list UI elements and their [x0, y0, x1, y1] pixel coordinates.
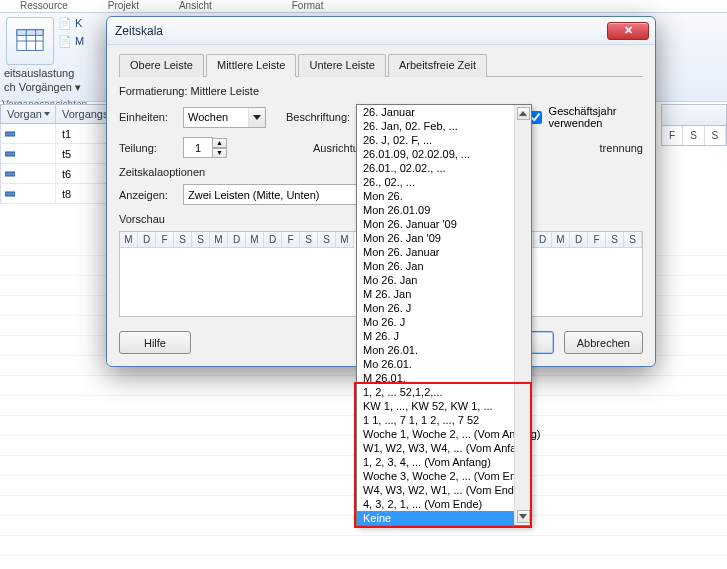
- dropdown-option[interactable]: Mon 26. J: [357, 301, 514, 315]
- dropdown-option[interactable]: Mon 26.: [357, 189, 514, 203]
- close-button[interactable]: ✕: [607, 22, 649, 40]
- anzeigen-label: Anzeigen:: [119, 189, 177, 201]
- dropdown-option[interactable]: 26.01.09, 02.02.09, ...: [357, 147, 514, 161]
- svg-rect-6: [5, 152, 15, 156]
- ribbon-caption-2[interactable]: ch Vorgängen ▾: [0, 81, 81, 94]
- teilung-input[interactable]: [183, 137, 213, 158]
- gantt-right-fragment: FSS: [661, 104, 727, 146]
- anzeigen-value: Zwei Leisten (Mitte, Unten): [188, 189, 319, 201]
- preview-day-cell: S: [624, 232, 642, 247]
- spin-down[interactable]: ▼: [212, 148, 227, 158]
- help-button[interactable]: Hilfe: [119, 331, 191, 354]
- preview-day-cell: F: [588, 232, 606, 247]
- tab-mittlere-leiste[interactable]: Mittlere Leiste: [206, 54, 296, 77]
- svg-rect-1: [17, 30, 43, 36]
- dropdown-option[interactable]: M 26. J: [357, 329, 514, 343]
- preview-day-cell: F: [156, 232, 174, 247]
- dropdown-option[interactable]: 26., 02., ...: [357, 175, 514, 189]
- scroll-down-button[interactable]: [517, 510, 530, 523]
- dropdown-option[interactable]: Mo 26. Jan: [357, 273, 514, 287]
- dropdown-option[interactable]: Woche 1, Woche 2, ... (Vom Anfang): [357, 427, 514, 441]
- dropdown-option[interactable]: Mon 26. Januar '09: [357, 217, 514, 231]
- dropdown-option[interactable]: M 26.01.: [357, 371, 514, 385]
- dropdown-option[interactable]: 26. J, 02. F, ...: [357, 133, 514, 147]
- dropdown-option[interactable]: 26. Jan, 02. Feb, ...: [357, 119, 514, 133]
- close-icon: ✕: [624, 24, 633, 37]
- dialog-titlebar[interactable]: Zeitskala ✕: [107, 17, 655, 45]
- dropdown-option[interactable]: Mo 26. J: [357, 315, 514, 329]
- dropdown-option[interactable]: 1, 2, ... 52,1,2,...: [357, 385, 514, 399]
- beschriftung-dropdown[interactable]: 26. Januar26. Jan, 02. Feb, ...26. J, 02…: [356, 104, 532, 526]
- chevron-down-icon: [248, 108, 265, 127]
- ribbon-group-ressource[interactable]: Ressource: [0, 0, 88, 12]
- ribbon-group-format[interactable]: Format: [272, 0, 344, 12]
- dropdown-option[interactable]: 4, 3, 2, 1, ... (Vom Ende): [357, 497, 514, 511]
- preview-day-cell: D: [138, 232, 156, 247]
- svg-rect-7: [5, 172, 15, 176]
- dropdown-option[interactable]: Mon 26. Jan '09: [357, 231, 514, 245]
- preview-day-cell: S: [318, 232, 336, 247]
- dropdown-scrollbar[interactable]: [514, 105, 531, 525]
- preview-day-cell: D: [534, 232, 552, 247]
- trennung-label-fragment: trennung: [600, 142, 643, 154]
- col-header-1[interactable]: Vorgan: [1, 105, 56, 123]
- ribbon-caption-1: eitsauslastung: [0, 67, 110, 79]
- dropdown-option[interactable]: 26.01., 02.02., ...: [357, 161, 514, 175]
- preview-day-cell: S: [300, 232, 318, 247]
- dropdown-option[interactable]: W1, W2, W3, W4, ... (Vom Anfang): [357, 441, 514, 455]
- dropdown-option[interactable]: Mo 26.01.: [357, 357, 514, 371]
- scroll-up-button[interactable]: [517, 107, 530, 120]
- dropdown-option[interactable]: 1 1, ..., 7 1, 1 2, ..., 7 52: [357, 413, 514, 427]
- preview-day-cell: S: [174, 232, 192, 247]
- tab-arbeitsfreie-zeit[interactable]: Arbeitsfreie Zeit: [388, 54, 487, 77]
- einheiten-value: Wochen: [188, 111, 228, 123]
- dropdown-option[interactable]: W4, W3, W2, W1, ... (Vom Ende): [357, 483, 514, 497]
- dropdown-option[interactable]: Mon 26.01.09: [357, 203, 514, 217]
- dropdown-option[interactable]: Mon 26.01.: [357, 343, 514, 357]
- geschaeftsjahr-label: Geschäftsjahr verwenden: [549, 105, 643, 129]
- task-icon: [5, 169, 15, 179]
- geschaeftsjahr-checkbox[interactable]: Geschäftsjahr verwenden: [525, 105, 643, 129]
- section-formatierung: Formatierung: Mittlere Leiste: [119, 85, 643, 97]
- svg-rect-8: [5, 192, 15, 196]
- einheiten-label: Einheiten:: [119, 111, 177, 123]
- day-cell: S: [705, 126, 726, 145]
- svg-rect-5: [5, 132, 15, 136]
- dropdown-option[interactable]: KW 1, ..., KW 52, KW 1, ...: [357, 399, 514, 413]
- ribbon-group-projekt[interactable]: Projekt: [88, 0, 159, 12]
- day-cell: F: [662, 126, 683, 145]
- task-icon: [5, 189, 15, 199]
- spin-up[interactable]: ▲: [212, 138, 227, 148]
- preview-day-cell: M: [210, 232, 228, 247]
- anzeigen-combo[interactable]: Zwei Leisten (Mitte, Unten): [183, 184, 373, 205]
- dropdown-option[interactable]: M 26. Jan: [357, 287, 514, 301]
- dropdown-option[interactable]: Woche 3, Woche 2, ... (Vom Ende): [357, 469, 514, 483]
- dropdown-option[interactable]: Mon 26. Jan: [357, 259, 514, 273]
- preview-day-cell: M: [246, 232, 264, 247]
- gantt-right-head: [661, 104, 727, 126]
- day-cell: S: [683, 126, 704, 145]
- dropdown-option[interactable]: Keine: [357, 511, 514, 525]
- preview-day-cell: D: [264, 232, 282, 247]
- chevron-down-icon: [519, 514, 527, 519]
- dropdown-option[interactable]: 1, 2, 3, 4, ... (Vom Anfang): [357, 455, 514, 469]
- preview-day-cell: M: [120, 232, 138, 247]
- ribbon-group-ansicht[interactable]: Ansicht: [159, 0, 232, 12]
- chevron-up-icon: [519, 111, 527, 116]
- table-icon: [15, 26, 45, 56]
- preview-day-cell: S: [606, 232, 624, 247]
- tab-obere-leiste[interactable]: Obere Leiste: [119, 54, 204, 77]
- ribbon-small-2[interactable]: 📄 M: [58, 35, 84, 48]
- dropdown-option[interactable]: 26. Januar: [357, 105, 514, 119]
- ribbon-small-1[interactable]: 📄 K: [58, 17, 82, 30]
- tab-untere-leiste[interactable]: Untere Leiste: [298, 54, 385, 77]
- cancel-button[interactable]: Abbrechen: [564, 331, 643, 354]
- einheiten-combo[interactable]: Wochen: [183, 107, 266, 128]
- task-icon: [5, 149, 15, 159]
- preview-day-cell: D: [228, 232, 246, 247]
- dropdown-option[interactable]: Mon 26. Januar: [357, 245, 514, 259]
- preview-day-cell: S: [192, 232, 210, 247]
- ribbon-large-button[interactable]: [6, 17, 54, 65]
- task-icon: [5, 129, 15, 139]
- teilung-spinner[interactable]: ▲ ▼: [183, 137, 227, 158]
